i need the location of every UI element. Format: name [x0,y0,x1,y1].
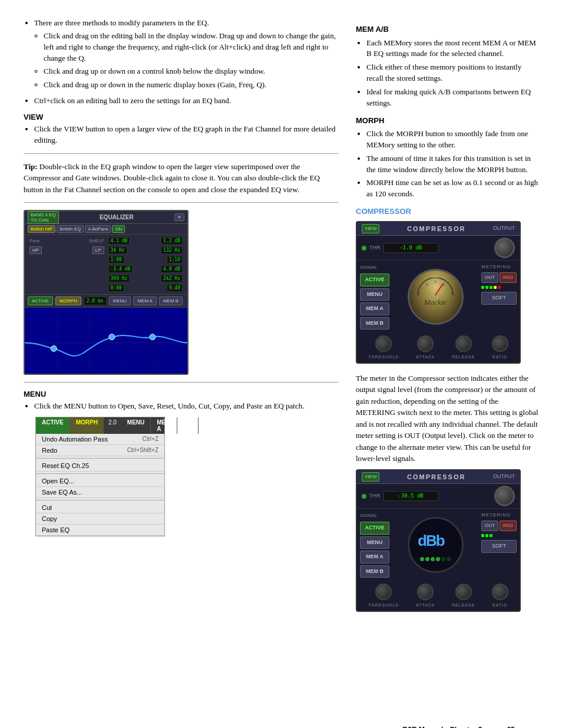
eq-freq-val-1: 34 Hz [108,246,127,254]
comp1-active-btn[interactable]: ACTIVE [360,274,389,286]
menu-paste-label: Paste EQ [42,526,70,533]
comp2-release-knob[interactable] [455,584,472,600]
menu-active-btn[interactable]: ACTIVE [36,417,70,434]
menu-item-open[interactable]: Open EQ... [36,476,164,487]
menu-save-label: Save EQ As... [42,489,82,496]
comp2-led-3 [431,557,435,561]
eq-freq2-val-2: 2kZ Hz [161,275,183,282]
comp1-led-5 [498,286,501,289]
comp1-knobs-row: THRESHOLD ATTACK RELEASE RATIO [357,332,520,363]
comp1-meter-gauge[interactable]: Mackie [408,269,464,325]
ctrl-click-bullet: Ctrl+click on an editing ball to zero th… [34,95,338,107]
comp2-out-btn[interactable]: OUT [481,521,498,531]
svg-line-11 [427,284,428,286]
comp2-memb-btn[interactable]: MEM B [360,565,389,578]
comp2-attack-knob-group: ATTACK [416,582,435,609]
comp2-thr-value[interactable]: -30.5 dB [384,491,438,502]
eq-mem-a-btn[interactable]: MEM A [133,297,157,305]
eq-filter-btn-2[interactable]: British EQ [57,225,84,233]
comp1-output-knob[interactable] [494,238,515,258]
eq-close-btn[interactable]: ✕ [174,213,184,221]
menu-item-reset[interactable]: Reset EQ Ch.25 [36,460,164,472]
comp1-attack-knob[interactable] [417,335,434,352]
menu-morph-value: 2.0 [104,417,121,434]
eq-on-btn[interactable]: ON [112,225,125,233]
menu-memb-btn[interactable]: ME [177,417,199,434]
menu-mema-btn[interactable]: MEM A [151,417,177,434]
comp2-meter-gauge[interactable]: dBb [408,517,464,573]
menu-item-cut[interactable]: Cut [36,502,164,513]
comp2-ratio-knob[interactable] [492,584,508,600]
eq-q2-val-2: 9:40 [167,284,183,292]
comp1-metering-label: METERING [481,263,517,271]
comp2-mema-btn[interactable]: MEM A [360,551,389,564]
comp1-gr-leds [481,286,517,289]
menu-item-redo[interactable]: Redo Ctrl+Shift+Z [36,445,164,456]
comp1-memb-btn[interactable]: MEM B [360,317,389,330]
menu-item-undo[interactable]: Undo Automation Pass Ctrl+Z [36,434,164,445]
menu-menu-btn[interactable]: MENU [121,417,151,434]
comp1-led-1 [481,286,484,289]
comp1-header: VIEW COMPRESSOR OUTPUT [357,222,520,236]
comp2-threshold-knob-group: THRESHOLD [368,582,399,609]
eq-filter-btn-3[interactable]: 4-BdPara [85,225,111,233]
eq-graph[interactable] [25,308,187,375]
comp1-thr-value[interactable]: -1.0 dB [384,243,438,253]
menu-morph-btn[interactable]: MORPH [70,417,104,434]
eq-buttons-row: British HiP British EQ 4-BdPara ON [25,224,187,235]
comp2-red-btn[interactable]: RED [500,521,517,531]
main-bullet-list: There are three methods to modify parame… [34,18,338,107]
comp1-release-knob[interactable] [455,335,472,352]
comp1-ratio-knob[interactable] [492,335,508,352]
eq-menu-btn[interactable]: MENU [109,297,131,305]
comp1-thr-led [362,246,366,251]
left-column: There are three methods to modify parame… [24,18,338,621]
eq-morph-btn[interactable]: MORPH [55,297,81,305]
comp2-output-knob[interactable] [494,486,515,506]
menu-open-label: Open EQ... [42,477,74,485]
eq-q-val-1: 1:00 [108,256,124,263]
eq-params-grid: Para SHELF 4.1 dB 1.2 dB HP LP 34 Hz 132… [25,235,187,295]
comp1-attack-knob-group: ATTACK [416,334,435,361]
comp1-meter-btns: OUT RED [481,272,517,283]
menu-item-copy[interactable]: Copy [36,513,164,525]
comp1-meter-area[interactable]: Mackie [391,263,480,330]
menu-sep-2 [36,473,164,474]
eq-lp-btn[interactable]: LP [92,246,104,254]
comp2-menu-btn[interactable]: MENU [360,536,389,549]
comp2-attack-knob[interactable] [417,584,434,600]
eq-q2-row: 0:60 9:40 [107,284,185,292]
comp2-threshold-knob[interactable] [375,584,392,600]
eq-filter-btn-1[interactable]: British HiP [28,225,55,233]
eq-hp-row: HP LP [28,246,106,255]
comp1-led-3 [490,286,492,289]
comp2-meter-area[interactable]: dBb [391,512,480,578]
eq-active-btn[interactable]: ACTIVE [28,297,53,305]
menu-item-save[interactable]: Save EQ As... [36,487,164,498]
menu-sep-1 [36,458,164,459]
eq-widget: BAND 4 EQTO CHN EQUALIZER ✕ British HiP … [24,210,189,375]
comp1-menu-btn[interactable]: MENU [360,288,389,301]
eq-controls-row: ACTIVE MORPH 2.0 ms MENU MEM A MEM B [25,295,187,308]
comp2-soft-btn[interactable]: SOFT [481,540,517,553]
morph-bullet-3: MORPH time can be set as low as 0.1 seco… [366,177,538,200]
eq-freq2-val-1: 399 Hz [108,275,130,282]
comp1-mema-btn[interactable]: MEM A [360,302,389,315]
menu-item-paste[interactable]: Paste EQ [36,525,164,536]
comp1-out-btn[interactable]: OUT [481,272,498,283]
comp1-red-btn[interactable]: RED [500,272,517,283]
comp2-metering-label: METERING [481,512,517,519]
comp1-view-btn[interactable]: VIEW [362,224,379,233]
comp1-soft-btn[interactable]: SOFT [481,292,517,305]
comp2-title: COMPRESSOR [379,472,493,482]
comp1-threshold-knob[interactable] [375,335,392,352]
comp2-view-btn[interactable]: VIEW [362,472,379,482]
intro-bullet: There are three methods to modify parame… [34,18,338,91]
svg-point-8 [109,334,115,340]
eq-hp-btn[interactable]: HP [29,246,42,254]
comp2-left-btns: SIGNAL ACTIVE MENU MEM A MEM B [360,512,389,578]
eq-q-val-2: 1:10 [167,256,183,263]
comp2-thr-row: THR -30.5 dB [357,484,520,509]
eq-mem-b-btn[interactable]: MEM B [159,297,183,305]
comp2-active-btn[interactable]: ACTIVE [360,522,389,535]
